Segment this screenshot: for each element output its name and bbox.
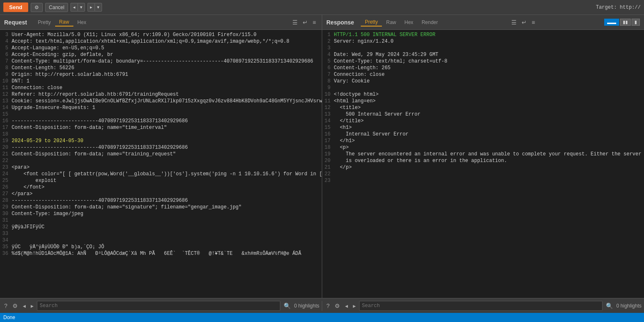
line-number: 1 — [322, 31, 334, 38]
request-search-panel: ? ⚙ ◂ ▸ 🔍 0 highlights — [0, 301, 322, 311]
response-help-icon[interactable]: ? — [325, 302, 331, 310]
line-number: 4 — [322, 51, 334, 58]
nav-forward-group: ▸ ▾ — [87, 3, 102, 12]
view-split-h-button[interactable]: ▬▬ — [604, 19, 619, 26]
response-code-area[interactable]: 1HTTP/1.1 500 INTERNAL SERVER ERROR2Serv… — [322, 30, 644, 298]
request-forward-icon[interactable]: ▸ — [29, 302, 35, 310]
tab-hex-request[interactable]: Hex — [73, 19, 90, 26]
cancel-button[interactable]: Cancel — [45, 3, 68, 12]
request-help-icon[interactable]: ? — [2, 302, 9, 310]
toolbar: Send ⚙ Cancel ◂ ▾ ▸ ▾ Target: http:// — [0, 0, 644, 15]
line-number: 33 — [0, 230, 12, 237]
line-content: Vary: Cookie — [334, 78, 644, 85]
table-row: 6Content-Length: 265 — [322, 65, 644, 71]
response-tool-wrap[interactable]: ↵ — [520, 18, 528, 27]
request-code-area[interactable]: 3User-Agent: Mozilla/5.0 (X11; Linux x86… — [0, 30, 322, 298]
line-number: 13 — [322, 111, 334, 118]
table-row: 21 </p> — [322, 164, 644, 171]
back-dropdown-button[interactable]: ▾ — [78, 3, 85, 12]
line-content — [334, 177, 644, 184]
tab-pretty-request[interactable]: Pretty — [34, 19, 55, 26]
back-button[interactable]: ◂ — [70, 3, 78, 12]
line-content: <!doctype html> — [334, 91, 644, 98]
line-content: -----------------------------40708971922… — [12, 197, 322, 204]
table-row: 13 500 Internal Server Error — [322, 111, 644, 118]
status-bar: Done — [0, 313, 644, 322]
table-row: 15 <h1> — [322, 124, 644, 131]
status-text: Done — [3, 315, 15, 320]
view-single-button[interactable]: ▮ — [632, 19, 640, 26]
line-content: DNT: 1 — [12, 78, 322, 85]
line-content: <p> — [334, 144, 644, 151]
table-row: 4Accept: text/html,application/xhtml+xml… — [0, 38, 322, 45]
table-row: 22 — [0, 157, 322, 164]
response-tool-list[interactable]: ☰ — [510, 18, 518, 27]
forward-dropdown-button[interactable]: ▾ — [95, 3, 102, 12]
line-number: 3 — [0, 31, 12, 38]
send-button[interactable]: Send — [3, 2, 28, 12]
table-row: 10DNT: 1 — [0, 78, 322, 85]
table-row: 31 — [0, 217, 322, 224]
request-tool-menu[interactable]: ≡ — [311, 18, 318, 27]
line-number: 7 — [322, 71, 334, 78]
table-row: 29Content-Disposition: form-data; name="… — [0, 204, 322, 211]
request-search-input[interactable] — [37, 301, 280, 311]
line-content: HTTP/1.1 500 INTERNAL SERVER ERROR — [334, 31, 644, 38]
line-content — [12, 131, 322, 138]
table-row: 23<para> — [0, 164, 322, 171]
tab-raw-response[interactable]: Raw — [382, 19, 400, 26]
line-number: 8 — [0, 65, 12, 71]
line-content: Content-Disposition: form-data; name="si… — [12, 204, 322, 211]
request-tool-wrap[interactable]: ↵ — [301, 18, 309, 27]
response-search-input[interactable] — [359, 301, 603, 311]
line-content — [334, 85, 644, 91]
line-content: </p> — [334, 164, 644, 171]
line-content: 500 Internal Server Error — [334, 111, 644, 118]
bottom-bar: ? ⚙ ◂ ▸ 🔍 0 highlights ? ⚙ ◂ ▸ 🔍 0 highl… — [0, 298, 644, 313]
response-settings-icon[interactable]: ⚙ — [333, 302, 342, 310]
table-row: 14 </title> — [322, 118, 644, 124]
line-number: 18 — [322, 144, 334, 151]
line-content — [334, 45, 644, 51]
request-tool-list[interactable]: ☰ — [291, 18, 299, 27]
request-back-icon[interactable]: ◂ — [21, 302, 27, 310]
tab-render-response[interactable]: Render — [418, 19, 442, 26]
line-content: -----------------------------40708971922… — [12, 118, 322, 124]
table-row: 11Connection: close — [0, 85, 322, 91]
table-row: 30Content-Type: image/jpeg — [0, 211, 322, 217]
line-number: 16 — [322, 131, 334, 138]
table-row: 12 <title> — [322, 104, 644, 111]
tab-raw-request[interactable]: Raw — [55, 18, 73, 27]
line-content: Referer: http://report.solarlab.htb:6791… — [12, 91, 322, 98]
line-number: 22 — [0, 157, 12, 164]
forward-button[interactable]: ▸ — [87, 3, 95, 12]
line-content — [12, 111, 322, 118]
line-content — [12, 157, 322, 164]
table-row: 20-----------------------------407089719… — [0, 144, 322, 151]
response-tool-menu[interactable]: ≡ — [530, 18, 537, 27]
view-split-v-button[interactable]: ▮▮ — [620, 19, 631, 26]
response-back-icon[interactable]: ◂ — [343, 302, 350, 310]
line-content: <font color="[ [ getattr(pow,Word('__glo… — [12, 171, 322, 177]
table-row: 21Content-Disposition: form-data; name="… — [0, 151, 322, 157]
request-search-icon[interactable]: 🔍 — [282, 302, 292, 310]
line-number: 28 — [0, 197, 12, 204]
table-row: 23 — [322, 177, 644, 184]
line-content: Accept: text/html,application/xhtml+xml,… — [12, 38, 322, 45]
response-search-icon[interactable]: 🔍 — [604, 302, 615, 310]
request-settings-icon[interactable]: ⚙ — [11, 302, 19, 310]
line-number: 11 — [0, 85, 12, 91]
tab-hex-response[interactable]: Hex — [400, 19, 417, 26]
response-forward-icon[interactable]: ▸ — [351, 302, 357, 310]
line-content: <para> — [12, 164, 322, 171]
line-number: 17 — [0, 124, 12, 131]
settings-icon-button[interactable]: ⚙ — [31, 3, 43, 12]
line-number: 26 — [0, 184, 12, 191]
line-number: 25 — [0, 177, 12, 184]
line-content: Content-Type: multipart/form-data; bound… — [12, 58, 322, 65]
line-number: 27 — [0, 191, 12, 197]
tab-pretty-response[interactable]: Pretty — [361, 18, 382, 27]
line-content: -----------------------------40708971922… — [12, 144, 322, 151]
line-content: is overloaded or there is an error in th… — [334, 157, 644, 164]
line-number: 12 — [322, 104, 334, 111]
